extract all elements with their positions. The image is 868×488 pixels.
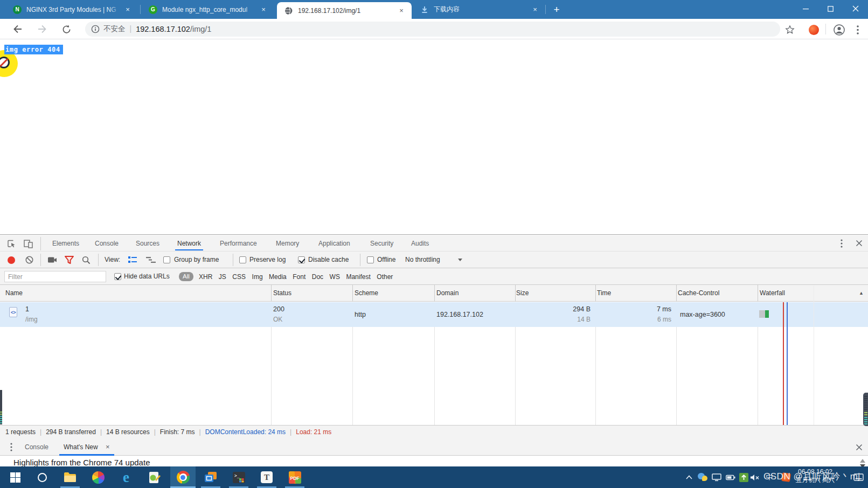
drawer-tab-whats-new[interactable]: What's New bbox=[64, 438, 98, 456]
overview-view-icon[interactable] bbox=[146, 257, 156, 263]
filter-type-js[interactable]: JS bbox=[219, 273, 226, 281]
tab-close-icon[interactable]: × bbox=[397, 6, 406, 15]
window-close-button[interactable] bbox=[843, 0, 868, 17]
column-header-name[interactable]: Name bbox=[5, 285, 23, 302]
disable-cache-checkbox[interactable] bbox=[298, 256, 305, 263]
devtools-tab-audits[interactable]: Audits bbox=[411, 235, 429, 252]
tray-expand-icon[interactable] bbox=[683, 466, 695, 488]
offline-checkbox[interactable] bbox=[367, 256, 374, 263]
devtools-tab-security[interactable]: Security bbox=[370, 235, 393, 252]
drawer-tab-console[interactable]: Console bbox=[25, 438, 48, 456]
start-button[interactable] bbox=[4, 466, 26, 488]
cortana-button[interactable] bbox=[31, 466, 53, 488]
devtools-tab-application[interactable]: Application bbox=[318, 235, 350, 252]
column-header-scheme[interactable]: Scheme bbox=[355, 285, 378, 302]
request-row[interactable]: <> 1 /img 200 OK http 192.168.17.102 294… bbox=[0, 302, 868, 327]
offline-label[interactable]: Offline bbox=[377, 252, 395, 268]
tray-chat-icon[interactable] bbox=[696, 466, 709, 488]
pinwheel-app-button[interactable] bbox=[87, 466, 109, 488]
security-label[interactable]: 不安全 bbox=[103, 24, 126, 34]
tray-network-icon[interactable] bbox=[710, 466, 723, 488]
column-header-size[interactable]: Size bbox=[516, 285, 529, 302]
column-header-waterfall[interactable]: Waterfall bbox=[760, 285, 785, 302]
record-button[interactable] bbox=[8, 256, 15, 264]
new-tab-button[interactable]: + bbox=[551, 4, 563, 16]
browser-menu-icon[interactable] bbox=[851, 23, 864, 36]
filter-type-ws[interactable]: WS bbox=[330, 273, 340, 281]
window-maximize-button[interactable] bbox=[818, 0, 843, 17]
drawer-tab-close-icon[interactable]: × bbox=[106, 438, 110, 456]
edge-button[interactable]: e bbox=[115, 466, 137, 488]
sort-arrow-icon[interactable]: ▲ bbox=[859, 285, 864, 302]
profile-avatar-icon[interactable] bbox=[832, 23, 845, 36]
devtools-tab-elements[interactable]: Elements bbox=[52, 235, 79, 252]
throttling-caret-icon[interactable] bbox=[458, 259, 462, 261]
devtools-menu-icon[interactable] bbox=[841, 239, 843, 248]
column-header-cache-control[interactable]: Cache-Control bbox=[678, 285, 719, 302]
filter-type-xhr[interactable]: XHR bbox=[199, 273, 212, 281]
column-header-status[interactable]: Status bbox=[273, 285, 291, 302]
back-icon[interactable] bbox=[11, 23, 24, 36]
devtools-tab-sources[interactable]: Sources bbox=[136, 235, 159, 252]
tab-close-icon[interactable]: × bbox=[259, 5, 268, 14]
filter-input[interactable] bbox=[4, 271, 106, 282]
group-by-frame-label[interactable]: Group by frame bbox=[174, 252, 219, 268]
browser-tab-ngx-http-core-module[interactable]: G Module ngx_http_core_modul × bbox=[141, 0, 276, 19]
drawer-close-icon[interactable] bbox=[856, 444, 863, 451]
filter-type-css[interactable]: CSS bbox=[232, 273, 246, 281]
throttling-select[interactable]: No throttling bbox=[405, 252, 440, 268]
devtools-close-icon[interactable] bbox=[856, 240, 863, 247]
terminal-app-button[interactable]: >_ bbox=[228, 466, 249, 488]
forward-icon[interactable] bbox=[36, 23, 48, 36]
tab-close-icon[interactable]: × bbox=[123, 5, 132, 14]
devtools-tab-console[interactable]: Console bbox=[95, 235, 119, 252]
filter-type-doc[interactable]: Doc bbox=[312, 273, 323, 281]
filter-type-img[interactable]: Img bbox=[252, 273, 263, 281]
extension-icon[interactable] bbox=[807, 23, 820, 36]
filter-type-font[interactable]: Font bbox=[293, 273, 305, 281]
tray-volume-muted-icon[interactable] bbox=[748, 466, 761, 488]
column-header-time[interactable]: Time bbox=[597, 285, 611, 302]
tray-battery-icon[interactable] bbox=[724, 466, 737, 488]
hide-data-urls-label[interactable]: Hide data URLs bbox=[124, 268, 170, 285]
filter-type-all[interactable]: All bbox=[179, 272, 193, 281]
column-header-domain[interactable]: Domain bbox=[436, 285, 459, 302]
clear-button[interactable] bbox=[25, 256, 33, 264]
preserve-log-label[interactable]: Preserve log bbox=[249, 252, 286, 268]
devtools-tab-performance[interactable]: Performance bbox=[220, 235, 257, 252]
filter-type-other[interactable]: Other bbox=[377, 273, 393, 281]
window-minimize-button[interactable] bbox=[793, 0, 818, 17]
file-explorer-button[interactable] bbox=[59, 466, 81, 488]
device-toolbar-icon[interactable] bbox=[24, 240, 33, 248]
notepad-app-button[interactable] bbox=[143, 466, 165, 488]
address-bar[interactable]: 不安全 | 192.168.17.102/img/1 bbox=[85, 22, 780, 37]
scroll-up-icon[interactable] bbox=[860, 459, 865, 463]
info-icon[interactable] bbox=[91, 25, 100, 33]
chrome-button[interactable] bbox=[170, 466, 196, 488]
hide-data-urls-checkbox[interactable] bbox=[114, 273, 121, 280]
devtools-tab-memory[interactable]: Memory bbox=[276, 235, 299, 252]
url-path[interactable]: /img/1 bbox=[190, 25, 212, 33]
pdf-app-button[interactable]: PDF bbox=[284, 466, 305, 488]
browser-tab-downloads[interactable]: 下载内容 × bbox=[413, 0, 547, 19]
disable-cache-label[interactable]: Disable cache bbox=[308, 252, 349, 268]
vmware-button[interactable] bbox=[200, 466, 221, 488]
filter-funnel-icon[interactable] bbox=[65, 256, 74, 264]
page-selected-text[interactable]: img error 404 bbox=[4, 45, 63, 54]
reload-icon[interactable] bbox=[60, 23, 73, 36]
screenshot-camera-icon[interactable] bbox=[48, 256, 57, 263]
browser-tab-nginx-3rd-party[interactable]: N NGINX 3rd Party Modules | NG × bbox=[5, 0, 140, 19]
preserve-log-checkbox[interactable] bbox=[239, 256, 246, 263]
bookmark-star-icon[interactable] bbox=[783, 23, 796, 36]
group-by-frame-checkbox[interactable] bbox=[163, 256, 170, 263]
search-icon[interactable] bbox=[82, 256, 91, 264]
filter-type-manifest[interactable]: Manifest bbox=[346, 273, 370, 281]
inspect-element-icon[interactable] bbox=[8, 240, 16, 248]
request-rows-view-icon[interactable] bbox=[128, 256, 137, 263]
browser-tab-active-img[interactable]: 192.168.17.102/img/1 × bbox=[277, 2, 412, 19]
drawer-menu-icon[interactable] bbox=[10, 443, 12, 451]
typora-button[interactable]: T bbox=[256, 466, 277, 488]
url-host[interactable]: 192.168.17.102 bbox=[136, 25, 190, 33]
devtools-tab-network[interactable]: Network bbox=[177, 235, 201, 252]
filter-type-media[interactable]: Media bbox=[269, 273, 287, 281]
